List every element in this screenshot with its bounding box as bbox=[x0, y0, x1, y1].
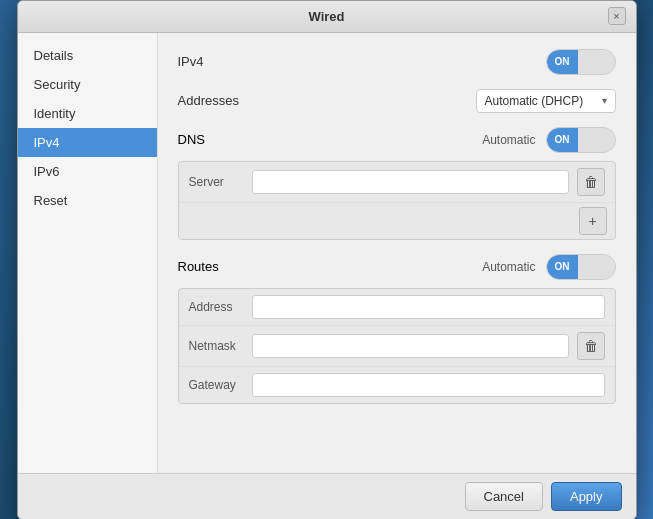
chevron-down-icon: ▾ bbox=[602, 95, 607, 106]
addresses-control: Automatic (DHCP) ▾ bbox=[278, 89, 616, 113]
addresses-label: Addresses bbox=[178, 93, 278, 108]
addresses-dropdown[interactable]: Automatic (DHCP) ▾ bbox=[476, 89, 616, 113]
routes-gateway-label: Gateway bbox=[189, 378, 244, 392]
ipv4-toggle-control: ON bbox=[278, 49, 616, 75]
dns-toggle[interactable]: ON bbox=[546, 127, 616, 153]
main-content: IPv4 ON Addresses Automatic (DHCP) ▾ bbox=[158, 33, 636, 473]
sidebar-item-ipv6[interactable]: IPv6 bbox=[18, 157, 157, 186]
routes-address-input[interactable] bbox=[252, 295, 605, 319]
ipv4-label: IPv4 bbox=[178, 54, 278, 69]
dns-server-label: Server bbox=[189, 175, 244, 189]
sidebar: Details Security Identity IPv4 IPv6 Rese… bbox=[18, 33, 158, 473]
routes-address-label: Address bbox=[189, 300, 244, 314]
routes-auto-label: Automatic bbox=[482, 260, 535, 274]
routes-box: Address Netmask 🗑 Gateway bbox=[178, 288, 616, 404]
dialog-title: Wired bbox=[309, 9, 345, 24]
ipv4-row: IPv4 ON bbox=[178, 49, 616, 75]
routes-netmask-row: Netmask 🗑 bbox=[179, 326, 615, 367]
routes-right: Automatic ON bbox=[278, 254, 616, 280]
routes-delete-button[interactable]: 🗑 bbox=[577, 332, 605, 360]
wired-dialog: Wired × Details Security Identity IPv4 I… bbox=[17, 0, 637, 519]
apply-button[interactable]: Apply bbox=[551, 482, 622, 511]
dns-auto-label: Automatic bbox=[482, 133, 535, 147]
routes-address-row: Address bbox=[179, 289, 615, 326]
dns-section: DNS Automatic ON Server 🗑 bbox=[178, 127, 616, 240]
cancel-button[interactable]: Cancel bbox=[465, 482, 543, 511]
title-bar: Wired × bbox=[18, 1, 636, 33]
dns-box-footer: + bbox=[179, 203, 615, 239]
sidebar-item-reset[interactable]: Reset bbox=[18, 186, 157, 215]
dns-delete-button[interactable]: 🗑 bbox=[577, 168, 605, 196]
dns-box: Server 🗑 + bbox=[178, 161, 616, 240]
sidebar-item-identity[interactable]: Identity bbox=[18, 99, 157, 128]
routes-gateway-row: Gateway bbox=[179, 367, 615, 403]
sidebar-item-details[interactable]: Details bbox=[18, 41, 157, 70]
plus-icon: + bbox=[588, 213, 596, 229]
dialog-footer: Cancel Apply bbox=[18, 473, 636, 519]
dns-label: DNS bbox=[178, 132, 278, 147]
routes-toggle-on: ON bbox=[547, 255, 578, 279]
routes-netmask-label: Netmask bbox=[189, 339, 244, 353]
dns-add-button[interactable]: + bbox=[579, 207, 607, 235]
dns-toggle-off bbox=[578, 128, 615, 152]
routes-label: Routes bbox=[178, 259, 278, 274]
close-button[interactable]: × bbox=[608, 7, 626, 25]
routes-gateway-input[interactable] bbox=[252, 373, 605, 397]
ipv4-toggle-off bbox=[578, 50, 615, 74]
dns-right: Automatic ON bbox=[278, 127, 616, 153]
routes-section: Routes Automatic ON Address bbox=[178, 254, 616, 404]
dns-server-input[interactable] bbox=[252, 170, 569, 194]
dns-server-row: Server 🗑 bbox=[179, 162, 615, 203]
sidebar-item-ipv4[interactable]: IPv4 bbox=[18, 128, 157, 157]
dns-toggle-on: ON bbox=[547, 128, 578, 152]
dialog-body: Details Security Identity IPv4 IPv6 Rese… bbox=[18, 33, 636, 473]
ipv4-toggle[interactable]: ON bbox=[546, 49, 616, 75]
dns-label-row: DNS Automatic ON bbox=[178, 127, 616, 153]
routes-label-row: Routes Automatic ON bbox=[178, 254, 616, 280]
routes-toggle-off bbox=[578, 255, 615, 279]
addresses-dropdown-value: Automatic (DHCP) bbox=[485, 94, 584, 108]
trash-icon: 🗑 bbox=[584, 338, 598, 354]
ipv4-toggle-on: ON bbox=[547, 50, 578, 74]
sidebar-item-security[interactable]: Security bbox=[18, 70, 157, 99]
routes-netmask-input[interactable] bbox=[252, 334, 569, 358]
routes-toggle[interactable]: ON bbox=[546, 254, 616, 280]
addresses-row: Addresses Automatic (DHCP) ▾ bbox=[178, 89, 616, 113]
trash-icon: 🗑 bbox=[584, 174, 598, 190]
